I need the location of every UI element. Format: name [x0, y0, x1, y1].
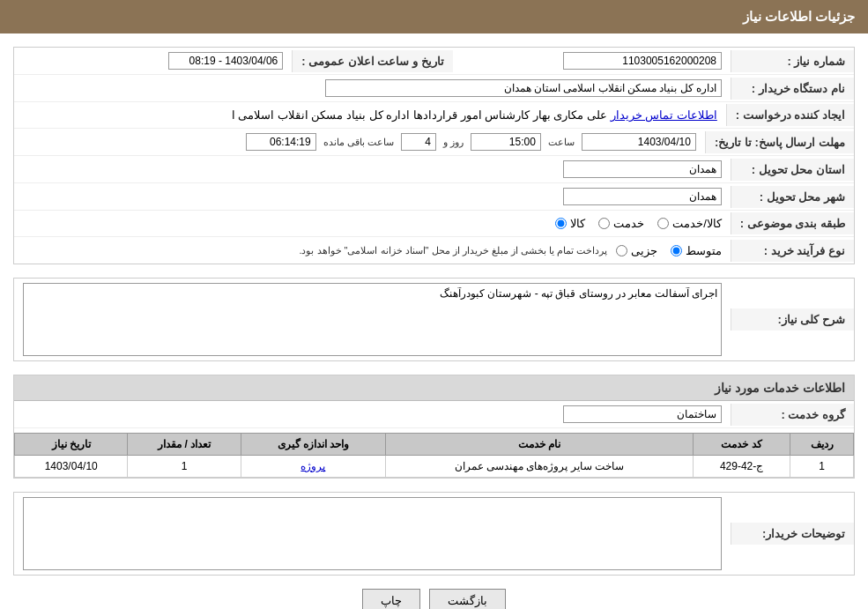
buyer-notes-section: توضیحات خریدار:: [13, 492, 855, 576]
category-label: طبقه بندی موضوعی :: [731, 212, 854, 234]
category-radio-khedmat[interactable]: خدمت: [598, 217, 644, 230]
buyer-notes-value: [14, 493, 731, 575]
cell-unit-0[interactable]: پروژه: [241, 456, 385, 478]
creator-label: ایجاد کننده درخواست :: [726, 104, 854, 126]
row-response-deadline: مهلت ارسال پاسخ: تا تاریخ: ساعت روز و سا…: [14, 129, 854, 156]
row-category: طبقه بندی موضوعی : کالا/خدمت خدمت کالا: [14, 211, 854, 237]
need-description-label: شرح کلی نیاز:: [731, 308, 854, 330]
button-row: بازگشت چاپ: [13, 589, 855, 609]
purchase-type-radio-motavaset[interactable]: متوسط: [671, 244, 722, 257]
category-value: کالا/خدمت خدمت کالا: [14, 212, 731, 234]
row-need-description: شرح کلی نیاز: اجرای آسفالت معابر در روست…: [14, 279, 854, 360]
category-radio-kala-khedmat[interactable]: کالا/خدمت: [657, 217, 722, 230]
need-description-textarea[interactable]: اجرای آسفالت معابر در روستای قباق تپه - …: [27, 287, 717, 349]
col-date: تاریخ نیاز: [15, 434, 128, 456]
purchase-type-radio-jozi[interactable]: جزیی: [616, 244, 657, 257]
buyer-org-label: نام دستگاه خریدار :: [731, 78, 854, 100]
table-row: 1 ج-42-429 ساخت سایر پروژه‌های مهندسی عم…: [15, 456, 854, 478]
announcement-value: [14, 48, 292, 74]
purchase-type-radio-input-motavaset[interactable]: [671, 245, 682, 256]
content-area: شماره نیاز : تاریخ و ساعت اعلان عمومی : …: [0, 33, 868, 609]
print-button[interactable]: چاپ: [362, 589, 420, 609]
main-info-section: شماره نیاز : تاریخ و ساعت اعلان عمومی : …: [13, 47, 855, 264]
page-wrapper: جزئیات اطلاعات نیاز شماره نیاز : تاریخ و…: [0, 0, 868, 609]
response-days-label: روز و: [443, 137, 464, 148]
response-time-input[interactable]: [471, 133, 541, 151]
category-label-khedmat: خدمت: [613, 217, 644, 230]
purchase-type-label-motavaset: متوسط: [686, 244, 722, 257]
row-city: شهر محل تحویل :: [14, 183, 854, 211]
response-deadline-value: ساعت روز و ساعت باقی مانده: [14, 129, 705, 155]
province-value: [14, 156, 731, 182]
response-inline-group: ساعت روز و ساعت باقی مانده: [23, 133, 696, 151]
province-input[interactable]: [563, 160, 722, 178]
purchase-type-value: متوسط جزیی پرداخت تمام یا بخشی از مبلغ خ…: [14, 240, 731, 262]
col-name: نام خدمت: [386, 434, 694, 456]
service-group-value: [14, 401, 731, 427]
announcement-label: تاریخ و ساعت اعلان عمومی :: [292, 50, 452, 72]
category-label-kala: کالا: [570, 217, 585, 230]
back-button[interactable]: بازگشت: [429, 589, 506, 609]
services-table: ردیف کد خدمت نام خدمت واحد اندازه گیری ت…: [14, 433, 854, 478]
row-buyer-org: نام دستگاه خریدار :: [14, 75, 854, 102]
cell-row-0: 1: [790, 456, 854, 478]
services-section: اطلاعات خدمات مورد نیاز گروه خدمت : ردیف…: [13, 375, 855, 479]
response-time-label: ساعت: [548, 137, 575, 148]
category-radio-input-kala-khedmat[interactable]: [657, 218, 669, 229]
cell-name-0: ساخت سایر پروژه‌های مهندسی عمران: [386, 456, 694, 478]
row-service-group: گروه خدمت :: [14, 401, 854, 428]
buyer-org-input[interactable]: [325, 79, 722, 97]
buyer-notes-wrapper: [23, 497, 722, 570]
category-radio-input-kala[interactable]: [555, 218, 567, 229]
page-title: جزئیات اطلاعات نیاز: [743, 9, 855, 24]
remaining-time-label: ساعت باقی مانده: [323, 137, 394, 148]
city-input[interactable]: [563, 188, 722, 205]
creator-value: اطلاعات تماس خریدار علی مکاری بهار کارشن…: [14, 104, 726, 126]
purchase-type-radio-group: متوسط جزیی: [616, 244, 722, 257]
cell-quantity-0: 1: [128, 456, 241, 478]
buyer-notes-textarea[interactable]: [27, 501, 717, 563]
creator-link[interactable]: اطلاعات تماس خریدار: [611, 108, 717, 122]
need-description-value: اجرای آسفالت معابر در روستای قباق تپه - …: [14, 279, 731, 360]
response-date-input[interactable]: [582, 133, 696, 151]
category-radio-input-khedmat[interactable]: [598, 218, 610, 229]
page-header: جزئیات اطلاعات نیاز: [0, 0, 868, 33]
buyer-notes-label: توضیحات خریدار:: [731, 523, 854, 545]
category-label-kala-khedmat: کالا/خدمت: [672, 217, 722, 230]
cell-date-0: 1403/04/10: [15, 456, 128, 478]
purchase-type-label-jozi: جزیی: [631, 244, 657, 257]
need-number-input[interactable]: [563, 52, 722, 70]
announcement-input[interactable]: [168, 52, 283, 70]
row-creator: ایجاد کننده درخواست : اطلاعات تماس خریدا…: [14, 102, 854, 129]
row-need-number: شماره نیاز : تاریخ و ساعت اعلان عمومی :: [14, 48, 854, 75]
creator-text: علی مکاری بهار کارشناس امور قراردادها اد…: [232, 108, 607, 122]
need-description-wrapper: اجرای آسفالت معابر در روستای قباق تپه - …: [23, 283, 722, 356]
col-row: ردیف: [790, 434, 854, 456]
city-label: شهر محل تحویل :: [731, 186, 854, 208]
response-days-input[interactable]: [401, 133, 436, 151]
need-description-section: شرح کلی نیاز: اجرای آسفالت معابر در روست…: [13, 278, 855, 361]
category-radio-group: کالا/خدمت خدمت کالا: [23, 217, 722, 230]
category-radio-kala[interactable]: کالا: [555, 217, 585, 230]
service-group-label: گروه خدمت :: [731, 404, 854, 426]
remaining-time-input[interactable]: [246, 133, 316, 151]
col-unit: واحد اندازه گیری: [241, 434, 385, 456]
service-group-input[interactable]: [563, 405, 722, 423]
buyer-org-value: [14, 75, 731, 101]
row-province: استان محل تحویل :: [14, 156, 854, 183]
row-purchase-type: نوع فرآیند خرید : متوسط جزیی: [14, 237, 854, 264]
cell-code-0: ج-42-429: [693, 456, 790, 478]
services-table-section: ردیف کد خدمت نام خدمت واحد اندازه گیری ت…: [14, 433, 854, 478]
services-section-title: اطلاعات خدمات مورد نیاز: [14, 375, 854, 401]
purchase-type-radio-input-jozi[interactable]: [616, 245, 627, 256]
purchase-note: پرداخت تمام یا بخشی از مبلغ خریدار از مح…: [299, 245, 607, 256]
col-quantity: تعداد / مقدار: [128, 434, 241, 456]
row-buyer-notes: توضیحات خریدار:: [14, 493, 854, 575]
need-number-label: شماره نیاز :: [731, 50, 854, 72]
province-label: استان محل تحویل :: [731, 159, 854, 181]
city-value: [14, 183, 731, 210]
need-number-value: [453, 48, 731, 74]
purchase-type-label: نوع فرآیند خرید :: [731, 240, 854, 262]
col-code: کد خدمت: [693, 434, 790, 456]
response-deadline-label: مهلت ارسال پاسخ: تا تاریخ:: [705, 131, 854, 153]
